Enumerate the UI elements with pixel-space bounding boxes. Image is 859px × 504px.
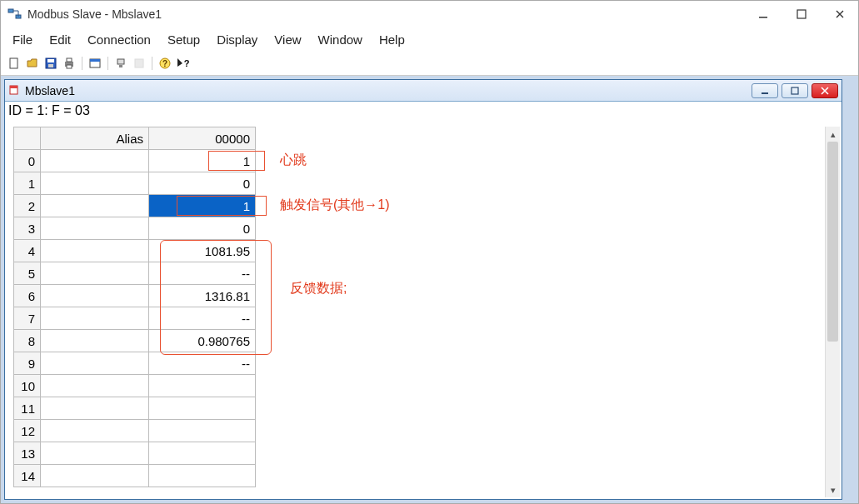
maximize-button[interactable] <box>790 5 813 23</box>
scroll-thumb[interactable] <box>827 142 838 342</box>
table-row[interactable]: 01 <box>14 150 256 172</box>
menu-edit[interactable]: Edit <box>44 31 76 48</box>
alias-cell[interactable] <box>41 397 149 420</box>
save-icon[interactable] <box>42 55 59 72</box>
row-header[interactable]: 4 <box>14 240 41 262</box>
mdi-area: Mbslave1 ID = 1: F = 03 <box>1 76 858 504</box>
table-row[interactable]: 7-- <box>14 307 256 330</box>
value-cell[interactable]: 1316.81 <box>149 285 256 307</box>
scroll-down-icon[interactable]: ▾ <box>826 482 840 497</box>
row-header[interactable]: 9 <box>14 352 41 375</box>
value-cell[interactable] <box>149 442 256 465</box>
alias-cell[interactable] <box>41 172 149 195</box>
alias-cell[interactable] <box>41 195 149 217</box>
context-help-icon[interactable]: ? <box>175 55 192 72</box>
row-header[interactable]: 2 <box>14 195 41 217</box>
table-row[interactable]: 12 <box>14 420 256 442</box>
svg-text:?: ? <box>162 59 167 68</box>
vertical-scrollbar[interactable]: ▴ ▾ <box>825 127 840 497</box>
table-row[interactable]: 5-- <box>14 262 256 285</box>
table-row[interactable]: 14 <box>14 465 256 487</box>
alias-cell[interactable] <box>41 240 149 262</box>
table-row[interactable]: 41081.95 <box>14 240 256 262</box>
table-row[interactable]: 80.980765 <box>14 330 256 352</box>
value-cell[interactable] <box>149 420 256 442</box>
value-cell[interactable] <box>149 465 256 487</box>
value-cell[interactable]: 0 <box>149 217 256 240</box>
menu-file[interactable]: File <box>7 31 37 48</box>
child-maximize-button[interactable] <box>782 83 808 98</box>
svg-rect-9 <box>67 58 72 62</box>
row-header[interactable]: 14 <box>14 465 41 487</box>
value-cell[interactable]: 0.980765 <box>149 330 256 352</box>
scroll-up-icon[interactable]: ▴ <box>826 127 840 142</box>
table-row[interactable]: 10 <box>14 375 256 397</box>
table-row[interactable]: 61316.81 <box>14 285 256 307</box>
table-row[interactable]: 9-- <box>14 352 256 375</box>
alias-cell[interactable] <box>41 262 149 285</box>
alias-cell[interactable] <box>41 307 149 330</box>
table-row[interactable]: 10 <box>14 172 256 195</box>
value-cell[interactable]: 1 <box>149 195 256 217</box>
row-header[interactable]: 8 <box>14 330 41 352</box>
row-header[interactable]: 7 <box>14 307 41 330</box>
register-grid[interactable]: Alias 00000 0110213041081.955--61316.817… <box>13 127 256 487</box>
alias-cell[interactable] <box>41 465 149 487</box>
value-cell[interactable]: -- <box>149 307 256 330</box>
child-title: Mbslave1 <box>25 84 75 97</box>
row-header[interactable]: 5 <box>14 262 41 285</box>
value-cell[interactable]: 1081.95 <box>149 240 256 262</box>
alias-cell[interactable] <box>41 352 149 375</box>
device-icon[interactable] <box>112 55 129 72</box>
alias-cell[interactable] <box>41 442 149 465</box>
svg-rect-20 <box>10 86 17 88</box>
help-icon[interactable]: ? <box>157 55 173 72</box>
open-icon[interactable] <box>24 55 41 72</box>
menu-window[interactable]: Window <box>313 31 367 48</box>
svg-rect-21 <box>762 92 768 94</box>
row-header[interactable]: 12 <box>14 420 41 442</box>
alias-cell[interactable] <box>41 330 149 352</box>
value-cell[interactable]: 0 <box>149 172 256 195</box>
minimize-button[interactable] <box>752 5 775 23</box>
col-alias[interactable]: Alias <box>41 127 149 150</box>
grid-corner <box>14 127 41 150</box>
menu-view[interactable]: View <box>269 31 306 48</box>
menu-display[interactable]: Display <box>212 31 262 48</box>
row-header[interactable]: 10 <box>14 375 41 397</box>
new-icon[interactable] <box>6 55 22 72</box>
row-header[interactable]: 6 <box>14 285 41 307</box>
value-cell[interactable] <box>149 397 256 420</box>
col-00000[interactable]: 00000 <box>149 127 256 150</box>
alias-cell[interactable] <box>41 420 149 442</box>
value-cell[interactable]: 1 <box>149 150 256 172</box>
row-header[interactable]: 0 <box>14 150 41 172</box>
row-header[interactable]: 13 <box>14 442 41 465</box>
value-cell[interactable]: -- <box>149 352 256 375</box>
value-cell[interactable]: -- <box>149 262 256 285</box>
table-row[interactable]: 21 <box>14 195 256 217</box>
alias-cell[interactable] <box>41 285 149 307</box>
menu-help[interactable]: Help <box>374 31 410 48</box>
row-header[interactable]: 1 <box>14 172 41 195</box>
print-icon[interactable] <box>61 55 77 72</box>
child-titlebar[interactable]: Mbslave1 <box>5 80 842 102</box>
close-button[interactable] <box>828 5 852 23</box>
toolbar-separator <box>82 57 82 70</box>
value-cell[interactable] <box>149 375 256 397</box>
row-header[interactable]: 3 <box>14 217 41 240</box>
child-minimize-button[interactable] <box>752 83 778 98</box>
table-row[interactable]: 13 <box>14 442 256 465</box>
menu-setup[interactable]: Setup <box>162 31 205 48</box>
table-row[interactable]: 11 <box>14 397 256 420</box>
table-row[interactable]: 30 <box>14 217 256 240</box>
alias-cell[interactable] <box>41 150 149 172</box>
window-icon[interactable] <box>87 55 103 72</box>
child-window: Mbslave1 ID = 1: F = 03 <box>4 79 842 500</box>
svg-rect-2 <box>759 17 767 18</box>
menu-connection[interactable]: Connection <box>82 31 156 48</box>
alias-cell[interactable] <box>41 375 149 397</box>
alias-cell[interactable] <box>41 217 149 240</box>
child-close-button[interactable] <box>812 83 838 98</box>
row-header[interactable]: 11 <box>14 397 41 420</box>
